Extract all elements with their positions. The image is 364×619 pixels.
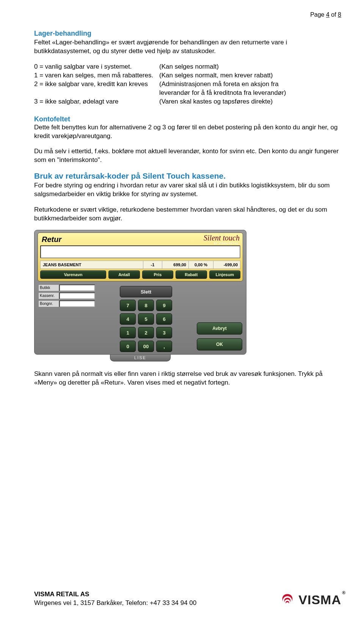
section-title-retur: Bruk av returårsak-koder på Silent Touch… <box>34 171 341 181</box>
keypad-3[interactable]: 3 <box>156 327 172 338</box>
visma-logo: VISMA® <box>279 592 341 608</box>
keypad-6[interactable]: 6 <box>156 313 172 325</box>
keypad-8[interactable]: 8 <box>138 300 154 311</box>
para-konto-1: Dette felt benyttes kun for alternativen… <box>34 123 341 141</box>
label-bongnr: Bongnr. <box>38 300 59 307</box>
keypad-00[interactable]: 00 <box>138 341 154 352</box>
keypad-5[interactable]: 5 <box>138 313 154 325</box>
para-lager: Feltet «Lager-behandling» er svært avgjø… <box>34 38 341 56</box>
silent-touch-subtitle: BY VISMA RETAIL <box>214 242 239 245</box>
section-title-lager: Lager-behandling <box>34 30 341 38</box>
label-butikk: Butikk <box>38 284 59 291</box>
col-pris-button[interactable]: Pris <box>142 270 173 279</box>
slett-button[interactable]: Slett <box>120 286 172 297</box>
keypad-1[interactable]: 1 <box>120 327 136 338</box>
para-after-pos: Skann varen på normalt vis eller finn va… <box>34 370 341 387</box>
col-rabatt-button[interactable]: Rabatt <box>176 270 207 279</box>
para-retur-1: For bedre styring og endring i hvordan r… <box>34 181 341 199</box>
silent-touch-logo: Silent touch <box>204 234 240 242</box>
input-butikk[interactable] <box>59 284 95 291</box>
page-footer: VISMA RETAIL AS Wirgenes vei 1, 3157 Bar… <box>34 590 341 608</box>
visma-logo-text: VISMA® <box>298 592 341 607</box>
pos-item-row: JEANS BASEMENT -1 699,00 0,00 % -699,00 <box>40 261 240 269</box>
pos-keypad: Slett 7 8 9 4 5 6 1 2 3 0 00 , <box>99 284 193 352</box>
pos-left-fields: Butikk Kassenr. Bongnr. <box>38 284 95 352</box>
para-konto-2: Du må selv i ettertid, f.eks. bokføre mo… <box>34 147 341 165</box>
registered-icon: ® <box>342 590 346 595</box>
pos-search-input[interactable] <box>40 245 240 258</box>
pos-screenshot: Retur Silent touch BY VISMA RETAIL JEANS… <box>34 230 246 361</box>
col-linjesum-button[interactable]: Linjesum <box>209 270 240 279</box>
input-bongnr[interactable] <box>59 300 95 307</box>
keypad-7[interactable]: 7 <box>120 300 136 311</box>
pos-user-tab[interactable]: LISE <box>110 355 171 361</box>
footer-company: VISMA RETAIL AS <box>34 590 196 599</box>
keypad-2[interactable]: 2 <box>138 327 154 338</box>
label-kassenr: Kassenr. <box>38 292 59 299</box>
visma-swirl-icon <box>279 592 295 608</box>
footer-address: Wirgenes vei 1, 3157 Barkåker, Telefon: … <box>34 599 196 608</box>
ok-button[interactable]: OK <box>197 338 242 350</box>
para-retur-2: Returkodene er svært viktige, returkoden… <box>34 206 341 223</box>
keypad-9[interactable]: 9 <box>156 300 172 311</box>
keypad-comma[interactable]: , <box>156 341 172 352</box>
col-antall-button[interactable]: Antall <box>108 270 140 279</box>
col-varenavn-button[interactable]: Varenavn <box>40 270 106 279</box>
keypad-0[interactable]: 0 <box>120 341 136 352</box>
page-number: Page 4 of 8 <box>34 11 341 18</box>
input-kassenr[interactable] <box>59 292 95 299</box>
status-code-table: 0 = vanlig salgbar vare i systemet.(Kan … <box>34 63 341 106</box>
avbryt-button[interactable]: Avbryt <box>197 322 242 335</box>
section-title-konto: Kontofeltet <box>34 115 341 123</box>
pos-column-headers: Varenavn Antall Pris Rabatt Linjesum <box>40 270 240 279</box>
keypad-4[interactable]: 4 <box>120 313 136 325</box>
